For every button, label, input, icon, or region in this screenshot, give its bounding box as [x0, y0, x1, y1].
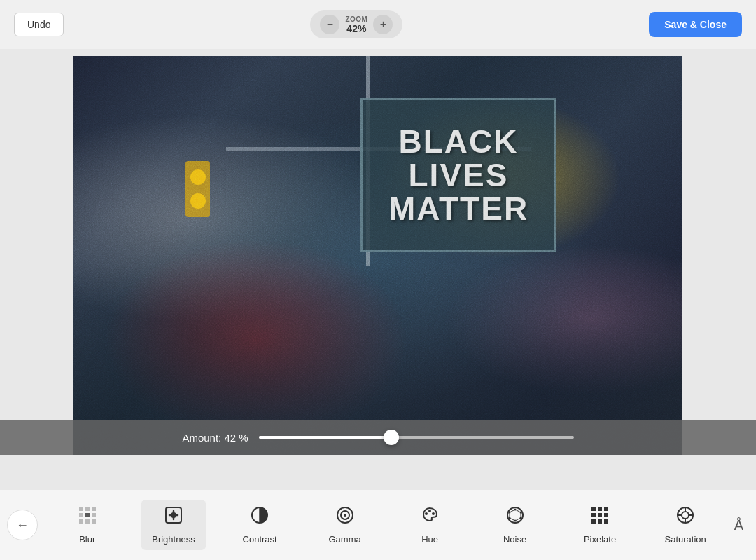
slider-fill — [259, 436, 391, 439]
slider-thumb[interactable] — [384, 430, 399, 445]
zoom-value: 42% — [345, 23, 368, 34]
svg-rect-33 — [592, 507, 596, 511]
blm-text: BLACK LIVES MATTER — [388, 125, 528, 226]
svg-rect-36 — [592, 513, 596, 517]
gamma-label: Gamma — [328, 534, 360, 545]
amount-label: Amount: 42 % — [182, 432, 248, 444]
tool-brightness[interactable]: Brightness — [141, 500, 206, 550]
top-toolbar: Undo − ZOOM 42% + Save & Close — [0, 0, 756, 49]
svg-rect-34 — [598, 507, 602, 511]
traffic-light-circle — [190, 169, 206, 185]
bottom-toolbar: ← Blur — [0, 490, 756, 560]
svg-point-11 — [171, 512, 176, 518]
svg-rect-39 — [592, 519, 596, 524]
svg-rect-38 — [604, 513, 608, 517]
pixelate-label: Pixelate — [584, 534, 616, 545]
image-area: BLACK LIVES MATTER — [0, 49, 756, 455]
svg-rect-7 — [79, 519, 83, 524]
svg-rect-3 — [92, 507, 96, 511]
tool-noise[interactable]: Noise — [484, 500, 547, 550]
svg-rect-5 — [85, 513, 90, 517]
blm-sign: BLACK LIVES MATTER — [360, 98, 556, 252]
more-button[interactable]: Å — [729, 512, 749, 539]
zoom-out-button[interactable]: − — [320, 15, 340, 34]
svg-point-18 — [428, 510, 431, 512]
svg-rect-37 — [598, 513, 602, 517]
svg-point-19 — [432, 512, 435, 515]
blur-label: Blur — [79, 534, 95, 545]
tool-gamma[interactable]: Gamma — [314, 500, 377, 550]
saturation-icon — [676, 505, 695, 530]
svg-point-16 — [344, 514, 346, 517]
tools-row: Blur Brightness Contrast — [45, 500, 729, 550]
saturation-label: Saturation — [665, 534, 706, 545]
amount-bar: Amount: 42 % — [0, 420, 756, 455]
svg-rect-41 — [604, 519, 608, 524]
tool-pixelate[interactable]: Pixelate — [568, 500, 631, 550]
slider-track[interactable] — [259, 436, 574, 439]
save-close-button[interactable]: Save & Close — [649, 12, 742, 37]
hue-label: Hue — [421, 534, 438, 545]
contrast-label: Contrast — [243, 534, 277, 545]
svg-rect-6 — [92, 513, 96, 517]
svg-rect-2 — [85, 507, 90, 511]
tool-blur[interactable]: Blur — [56, 500, 119, 550]
zoom-text: ZOOM — [345, 15, 368, 23]
zoom-label: ZOOM 42% — [345, 15, 368, 34]
contrast-icon — [250, 505, 270, 530]
traffic-light-circle-2 — [190, 193, 206, 209]
brightness-icon — [164, 505, 183, 530]
gamma-icon — [335, 505, 355, 530]
image-container: BLACK LIVES MATTER — [74, 56, 682, 455]
svg-rect-8 — [85, 519, 90, 524]
svg-rect-35 — [604, 507, 608, 511]
noise-label: Noise — [503, 534, 526, 545]
svg-point-17 — [425, 512, 428, 515]
noise-icon — [505, 505, 525, 530]
blur-icon — [78, 505, 97, 530]
svg-rect-40 — [598, 519, 602, 524]
svg-point-43 — [682, 512, 689, 519]
protest-image: BLACK LIVES MATTER — [74, 56, 682, 455]
svg-rect-4 — [79, 513, 83, 517]
svg-rect-9 — [92, 519, 96, 524]
pixelate-icon — [590, 505, 610, 530]
hue-icon — [420, 505, 440, 530]
undo-button[interactable]: Undo — [14, 13, 64, 36]
tool-saturation[interactable]: Saturation — [654, 500, 718, 550]
back-button[interactable]: ← — [7, 510, 38, 540]
svg-rect-1 — [79, 507, 83, 511]
brightness-label: Brightness — [152, 534, 195, 545]
tool-hue[interactable]: Hue — [398, 500, 461, 550]
zoom-control: − ZOOM 42% + — [310, 10, 402, 38]
tool-contrast[interactable]: Contrast — [228, 500, 291, 550]
traffic-light — [186, 161, 210, 217]
zoom-in-button[interactable]: + — [373, 15, 393, 34]
